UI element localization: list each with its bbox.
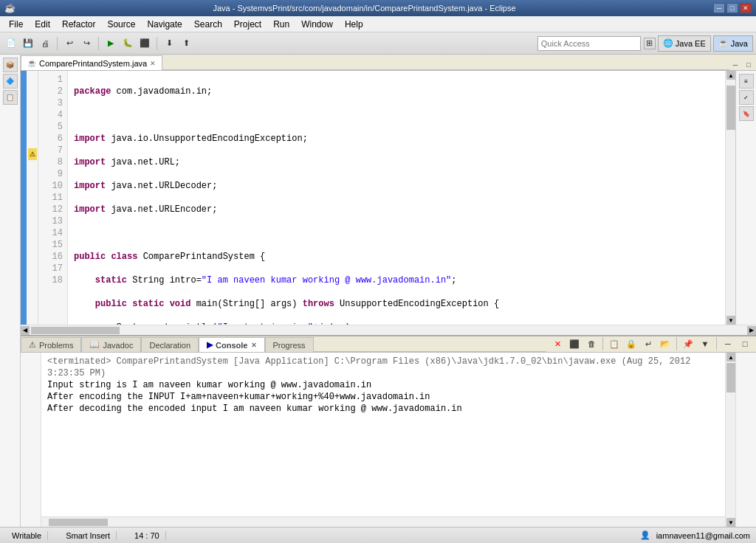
bookmarks-icon[interactable]: 🔖 xyxy=(739,106,754,121)
print-button[interactable]: 🖨 xyxy=(37,35,53,52)
code-content[interactable]: package com.javadomain.in; import java.i… xyxy=(68,71,725,325)
terminate-button[interactable]: ⬛ xyxy=(566,336,583,352)
editor-tab-compare[interactable]: ☕ ComparePrintandSystem.java ✕ xyxy=(21,55,162,70)
menu-item-source[interactable]: Source xyxy=(101,18,141,31)
java-ee-icon: 🌐 xyxy=(663,38,673,48)
toolbar-separator-1 xyxy=(57,37,58,50)
menu-item-window[interactable]: Window xyxy=(295,18,339,31)
outline-icon[interactable]: ≡ xyxy=(739,74,754,89)
minimize-console-button[interactable]: ─ xyxy=(720,336,736,352)
tasks-icon[interactable]: ✓ xyxy=(739,90,754,105)
editor-vertical-scrollbar[interactable]: ▲ ▼ xyxy=(725,71,735,325)
user-email: iamnaveen11@gmail.com xyxy=(656,531,750,540)
menu-item-run[interactable]: Run xyxy=(267,18,295,31)
prev-annotation-button[interactable]: ⬆ xyxy=(178,35,194,52)
h-scroll-thumb[interactable] xyxy=(31,327,120,334)
code-line-6: import java.net.URLEncoder; xyxy=(74,204,719,215)
toolbar-separator-2 xyxy=(98,37,99,50)
code-line-7 xyxy=(74,227,719,239)
code-editor[interactable]: ⚠ 1 2 3 4 5 6 7 8 9 xyxy=(21,71,735,325)
console-terminated-line: <terminated> ComparePrintandSystem [Java… xyxy=(47,356,719,379)
copy-output-button[interactable]: 📋 xyxy=(606,336,622,352)
console-scroll-up-button[interactable]: ▲ xyxy=(726,353,735,362)
clear-console-button[interactable]: ✕ xyxy=(549,336,566,352)
remove-launch-button[interactable]: 🗑 xyxy=(583,336,599,352)
quick-access-area: ⊞ 🌐 Java EE ☕ Java xyxy=(537,35,753,52)
tab-console[interactable]: ▶ Console ✕ xyxy=(199,337,264,352)
undo-button[interactable]: ↩ xyxy=(61,35,78,52)
pin-console-button[interactable]: 📌 xyxy=(680,336,696,352)
scroll-up-button[interactable]: ▲ xyxy=(726,71,735,80)
console-options-button[interactable]: ▼ xyxy=(697,336,713,352)
line-numbers: 1 2 3 4 5 6 7 8 9 10 11 12 1 xyxy=(38,71,68,325)
scroll-left-button[interactable]: ◀ xyxy=(21,326,30,335)
scroll-thumb[interactable] xyxy=(726,86,735,130)
java-perspective-button[interactable]: ☕ Java xyxy=(713,35,753,52)
open-console-button[interactable]: 📂 xyxy=(657,336,673,352)
javadoc-icon: 📖 xyxy=(89,340,100,350)
console-vertical-scrollbar[interactable]: ▲ ▼ xyxy=(725,353,735,527)
minimize-editor-button[interactable]: ─ xyxy=(729,60,741,70)
tab-progress[interactable]: Progress xyxy=(265,337,314,352)
next-annotation-button[interactable]: ⬇ xyxy=(161,35,177,52)
code-line-9: static String intro="I am naveen kumar w… xyxy=(74,274,719,286)
console-scroll-down-button[interactable]: ▼ xyxy=(726,518,735,527)
window-controls: ─ □ ✕ xyxy=(713,3,752,13)
status-right-area: 👤 iamnaveen11@gmail.com xyxy=(640,530,750,540)
maximize-editor-button[interactable]: □ xyxy=(743,60,755,70)
code-line-2 xyxy=(74,109,719,121)
smart-insert-status: Smart Insert xyxy=(60,531,117,540)
save-button[interactable]: 💾 xyxy=(20,35,36,52)
console-icon: ▶ xyxy=(207,340,213,350)
maximize-button[interactable]: □ xyxy=(726,3,738,13)
tab-declaration[interactable]: Declaration xyxy=(141,337,199,352)
stop-button[interactable]: ⬛ xyxy=(137,35,153,52)
bottom-toolbar-buttons: ✕ ⬛ 🗑 📋 🔒 ↵ 📂 📌 ▼ ─ □ xyxy=(546,336,756,352)
console-horizontal-scrollbar[interactable] xyxy=(41,516,725,527)
tab-problems[interactable]: ⚠ Problems xyxy=(21,337,81,352)
code-editor-wrapper: ⚠ 1 2 3 4 5 6 7 8 9 xyxy=(21,71,756,325)
members-icon[interactable]: 📋 xyxy=(3,90,18,105)
console-close-icon[interactable]: ✕ xyxy=(251,342,257,349)
writable-status: Writable xyxy=(6,531,48,540)
toolbar: 📄 💾 🖨 ↩ ↪ ▶ 🐛 ⬛ ⬇ ⬆ ⊞ 🌐 Java EE ☕ Java xyxy=(0,32,756,55)
code-line-4: import java.net.URL; xyxy=(74,156,719,168)
tab-close-icon[interactable]: ✕ xyxy=(150,60,156,67)
menu-item-file[interactable]: File xyxy=(3,18,29,31)
scroll-right-button[interactable]: ▶ xyxy=(747,326,756,335)
app-icon: ☕ xyxy=(4,3,16,13)
scroll-lock-button[interactable]: 🔒 xyxy=(623,336,639,352)
menu-item-navigate[interactable]: Navigate xyxy=(141,18,188,31)
maximize-console-button[interactable]: □ xyxy=(737,336,753,352)
tab-javadoc[interactable]: 📖 Javadoc xyxy=(81,337,141,352)
quick-access-input[interactable] xyxy=(537,36,641,51)
menu-item-search[interactable]: Search xyxy=(188,18,228,31)
console-scroll-thumb[interactable] xyxy=(726,363,735,392)
redo-button[interactable]: ↪ xyxy=(78,35,94,52)
close-button[interactable]: ✕ xyxy=(740,3,752,13)
console-h-scroll-thumb[interactable] xyxy=(49,519,108,526)
bottom-left-panel xyxy=(21,353,41,527)
scroll-down-button[interactable]: ▼ xyxy=(726,316,735,325)
editor-horizontal-scrollbar[interactable]: ◀ ▶ xyxy=(21,325,756,335)
code-line-5: import java.net.URLDecoder; xyxy=(74,180,719,192)
menu-item-help[interactable]: Help xyxy=(339,18,369,31)
window-title: Java - SystemvsPrint/src/com/javadomain/… xyxy=(213,4,515,13)
package-explorer-icon[interactable]: 📦 xyxy=(3,58,18,72)
open-perspective-button[interactable]: ⊞ xyxy=(644,38,656,49)
hierarchy-icon[interactable]: 🔷 xyxy=(3,74,18,89)
java-ee-perspective-button[interactable]: 🌐 Java EE xyxy=(658,35,711,52)
word-wrap-button[interactable]: ↵ xyxy=(640,336,656,352)
bottom-right-panel xyxy=(735,353,756,527)
minimize-button[interactable]: ─ xyxy=(713,3,725,13)
statusbar: Writable Smart Insert 14 : 70 👤 iamnavee… xyxy=(0,527,756,543)
debug-button[interactable]: 🐛 xyxy=(120,35,136,52)
new-button[interactable]: 📄 xyxy=(3,35,19,52)
menu-item-project[interactable]: Project xyxy=(228,18,267,31)
breakpoint-gutter xyxy=(21,71,27,325)
main-area: 📦 🔷 📋 ☕ ComparePrintandSystem.java ✕ ─ □ xyxy=(0,55,756,527)
menu-item-refactor[interactable]: Refactor xyxy=(56,18,101,31)
menu-item-edit[interactable]: Edit xyxy=(29,18,56,31)
run-button[interactable]: ▶ xyxy=(103,35,119,52)
toolbar-separator-3 xyxy=(157,37,157,50)
